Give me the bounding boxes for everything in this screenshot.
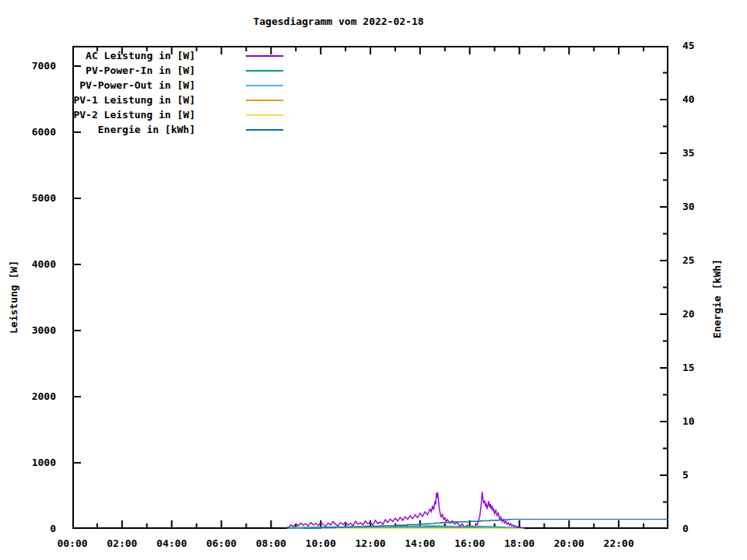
legend-label: PV-Power-In in [W] [72, 65, 195, 77]
left-axis-tick-label: 3000 [8, 324, 56, 337]
left-axis-tick-label: 1000 [8, 457, 56, 469]
right-axis-tick-label: 40 [682, 93, 717, 106]
chart-title: Tagesdiagramm vom 2022-02-18 [253, 16, 423, 27]
right-axis-tick-label: 45 [682, 40, 717, 52]
x-axis-tick-label: 14:00 [395, 537, 445, 549]
plot-area: AC Leistung in [W]PV-Power-In in [W]PV-P… [72, 46, 668, 529]
x-axis-tick-label: 22:00 [594, 537, 644, 549]
legend-label: AC Leistung in [W] [72, 50, 195, 62]
x-axis-tick-label: 16:00 [445, 537, 495, 549]
x-axis-tick-label: 02:00 [97, 537, 147, 549]
x-axis-tick-label: 20:00 [544, 537, 594, 549]
x-axis-tick-label: 18:00 [495, 537, 545, 549]
x-axis-tick-label: 00:00 [47, 537, 97, 549]
legend-label: PV-Power-Out in [W] [72, 79, 195, 92]
legend-label: PV-2 Leistung in [W] [72, 109, 195, 121]
legend-label: Energie in [kWh] [72, 124, 195, 136]
left-axis-tick-label: 4000 [8, 258, 56, 271]
right-axis-tick-label: 20 [682, 308, 717, 320]
series-line-ac [287, 492, 524, 529]
right-axis-tick-label: 30 [682, 201, 717, 213]
legend-swatch [246, 129, 283, 131]
chart-figure: Tagesdiagramm vom 2022-02-18 Leistung [W… [0, 0, 747, 560]
legend-swatch [246, 70, 283, 72]
x-axis-tick-label: 10:00 [296, 537, 345, 549]
left-axis-tick-label: 0 [8, 523, 56, 535]
right-axis-tick-label: 15 [682, 362, 717, 374]
right-axis-title: Energie [kWh] [711, 259, 723, 338]
right-axis-tick-label: 25 [682, 254, 717, 267]
left-axis-tick-label: 2000 [8, 390, 56, 403]
x-axis-tick-label: 08:00 [246, 537, 296, 549]
x-axis-tick-label: 04:00 [147, 537, 197, 549]
right-axis-tick-label: 0 [682, 523, 717, 535]
right-axis-tick-label: 35 [682, 147, 717, 159]
legend-swatch [246, 85, 283, 86]
legend-swatch [246, 55, 283, 57]
legend-label: PV-1 Leistung in [W] [72, 94, 195, 107]
left-axis-title: Leistung [W] [8, 261, 19, 334]
right-axis-tick-label: 5 [682, 469, 717, 481]
left-axis-tick-label: 5000 [8, 192, 56, 205]
x-axis-tick-label: 06:00 [197, 537, 247, 549]
left-axis-tick-label: 7000 [8, 60, 56, 72]
x-axis-tick-label: 12:00 [345, 537, 395, 549]
legend-swatch [246, 100, 283, 101]
left-axis-tick-label: 6000 [8, 126, 56, 138]
right-axis-tick-label: 10 [682, 415, 717, 428]
legend-swatch [246, 114, 283, 116]
series-line-pv2 [287, 528, 522, 529]
